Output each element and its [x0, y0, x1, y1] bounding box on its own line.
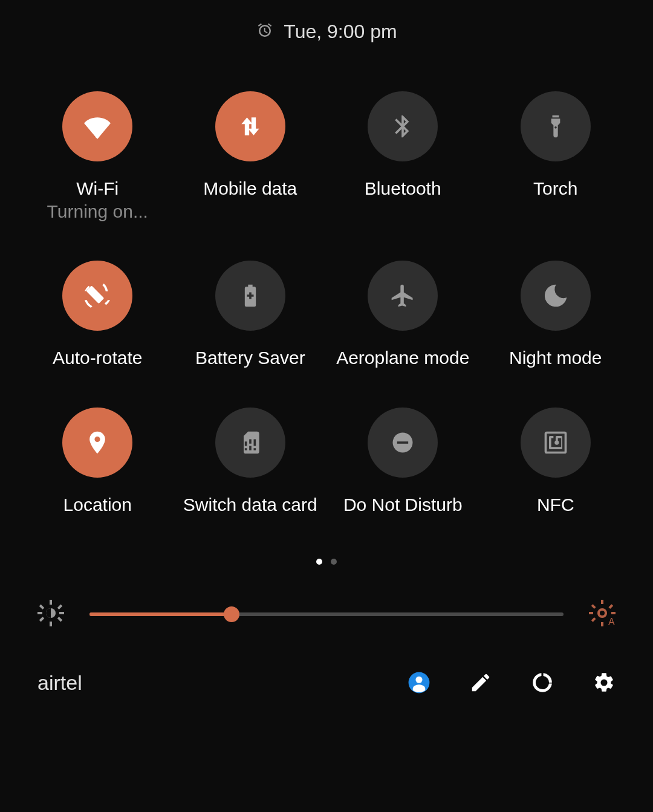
pin-icon[interactable]	[62, 408, 132, 478]
data-arrows-icon[interactable]	[215, 91, 285, 161]
tiles-grid: Wi-FiTurning on...Mobile dataBluetoothTo…	[12, 91, 641, 516]
tile-label: Aeroplane mode	[336, 346, 469, 369]
page-dot-1[interactable]	[331, 559, 337, 565]
tile-nfc[interactable]: NFC	[482, 408, 629, 516]
alarm-icon	[256, 22, 274, 42]
tile-label: NFC	[537, 493, 574, 516]
edit-icon[interactable]	[469, 671, 492, 694]
svg-rect-17	[608, 604, 613, 609]
page-dot-0[interactable]	[316, 559, 322, 565]
svg-rect-9	[39, 616, 44, 621]
svg-rect-1	[397, 441, 408, 444]
dnd-icon[interactable]	[368, 408, 438, 478]
nfc-icon[interactable]	[521, 408, 591, 478]
torch-icon[interactable]	[521, 91, 591, 161]
tile-label: Bluetooth	[365, 177, 441, 200]
tile-wifi[interactable]: Wi-FiTurning on...	[24, 91, 171, 222]
data-usage-icon[interactable]	[531, 671, 554, 694]
tile-label: Mobile data	[203, 177, 297, 200]
svg-point-21	[415, 677, 422, 683]
quick-settings-panel: Tue, 9:00 pm Wi-FiTurning on...Mobile da…	[0, 0, 653, 812]
tile-label: Do Not Disturb	[343, 493, 463, 516]
svg-rect-6	[59, 612, 64, 614]
bluetooth-icon[interactable]	[368, 91, 438, 161]
settings-icon[interactable]	[593, 671, 616, 694]
tile-auto-rotate[interactable]: Auto-rotate	[24, 261, 171, 369]
brightness-slider[interactable]	[89, 607, 564, 622]
status-bar: Tue, 9:00 pm	[12, 21, 641, 43]
carrier-label: airtel	[37, 671, 408, 695]
svg-text:A: A	[608, 617, 615, 627]
sim-icon[interactable]	[215, 408, 285, 478]
footer-icons	[408, 671, 616, 694]
tile-label: Torch	[533, 177, 577, 200]
tile-location[interactable]: Location	[24, 408, 171, 516]
tile-aeroplane[interactable]: Aeroplane mode	[330, 261, 476, 369]
svg-rect-14	[611, 612, 616, 614]
status-time: Tue, 9:00 pm	[284, 21, 397, 43]
battery-plus-icon[interactable]	[215, 261, 285, 331]
airplane-icon[interactable]	[368, 261, 438, 331]
brightness-row: A	[12, 599, 641, 630]
svg-rect-7	[39, 604, 44, 609]
svg-rect-16	[591, 604, 596, 609]
tile-dnd[interactable]: Do Not Disturb	[330, 408, 476, 516]
svg-rect-18	[591, 617, 596, 622]
tile-torch[interactable]: Torch	[482, 91, 629, 222]
tile-night-mode[interactable]: Night mode	[482, 261, 629, 369]
svg-point-11	[599, 609, 606, 617]
tile-label: Night mode	[509, 346, 602, 369]
wifi-icon[interactable]	[62, 91, 132, 161]
svg-rect-13	[589, 612, 593, 614]
svg-rect-3	[50, 600, 52, 605]
tile-battery-saver[interactable]: Battery Saver	[177, 261, 324, 369]
tile-label: Switch data card	[183, 493, 317, 516]
svg-rect-10	[57, 604, 62, 609]
auto-brightness-icon[interactable]: A	[588, 599, 617, 630]
tile-switch-data[interactable]: Switch data card	[177, 408, 324, 516]
svg-rect-4	[50, 622, 52, 626]
tile-bluetooth[interactable]: Bluetooth	[330, 91, 476, 222]
rotate-icon[interactable]	[62, 261, 132, 331]
moon-icon[interactable]	[521, 261, 591, 331]
tile-label: Location	[63, 493, 132, 516]
footer-bar: airtel	[12, 671, 641, 695]
svg-rect-12	[601, 600, 603, 604]
page-indicator	[12, 559, 641, 565]
svg-rect-5	[37, 612, 42, 614]
tile-label: Auto-rotate	[53, 346, 142, 369]
tile-label: Battery Saver	[195, 346, 305, 369]
user-icon[interactable]	[408, 671, 430, 694]
brightness-low-icon	[36, 599, 65, 630]
tile-sublabel: Turning on...	[47, 201, 148, 222]
svg-rect-15	[601, 622, 603, 626]
brightness-thumb[interactable]	[224, 606, 239, 622]
tile-mobile-data[interactable]: Mobile data	[177, 91, 324, 222]
svg-rect-8	[57, 616, 62, 621]
tile-label: Wi-Fi	[76, 177, 119, 200]
